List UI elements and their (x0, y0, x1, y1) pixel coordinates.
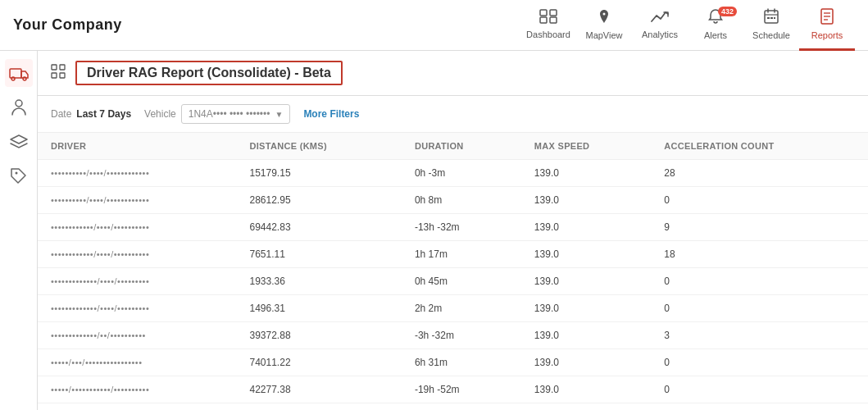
table-cell: -19h -52m (402, 376, 521, 403)
table-cell: 0 (651, 376, 868, 403)
svg-rect-21 (52, 65, 57, 70)
date-filter-value[interactable]: Last 7 Days (76, 108, 131, 120)
table-header: Driver Distance (KMS) Duration Max Speed… (38, 133, 868, 160)
nav-tab-dashboard-label: Dashboard (526, 30, 570, 39)
svg-rect-24 (60, 73, 65, 78)
col-acceleration: Acceleration Count (651, 133, 868, 160)
svg-rect-3 (550, 17, 557, 23)
nav-tab-alerts[interactable]: 432 Alerts (688, 0, 743, 51)
nav-tab-reports[interactable]: Reports (799, 0, 855, 51)
company-name: Your Company (13, 16, 520, 34)
table-row: •••••••••••••/••••/•••••••••1933.360h 45… (38, 268, 868, 295)
sidebar-icon-person[interactable] (5, 93, 33, 121)
table-row: •••••••••••••/••••/•••••••••1496.312h 2m… (38, 295, 868, 322)
table-cell: 139.0 (521, 187, 651, 214)
table-cell: 139.0 (521, 268, 651, 295)
table-cell: 0h 8m (402, 187, 521, 214)
svg-rect-8 (767, 17, 770, 19)
main-content: Driver RAG Report (Consolidate) - Beta D… (38, 51, 868, 410)
nav-tab-analytics-label: Analytics (642, 30, 678, 39)
nav-tab-dashboard[interactable]: Dashboard (520, 0, 576, 51)
nav-tab-schedule-label: Schedule (752, 30, 790, 40)
chevron-down-icon: ▼ (275, 110, 283, 119)
table-cell: 3 (651, 322, 868, 349)
mapview-icon (596, 8, 612, 29)
svg-rect-2 (540, 17, 547, 23)
table-cell: 28612.95 (237, 187, 402, 214)
vehicle-filter: Vehicle 1N4A•••• •••• ••••••• ▼ (144, 104, 290, 124)
table-cell: 139.0 (521, 160, 651, 187)
header: Your Company Dashboard MapView (0, 0, 868, 51)
date-filter-label: Date (51, 108, 71, 120)
table-cell: 0h -3m (402, 160, 521, 187)
analytics-icon (651, 9, 669, 28)
sidebar-icon-layers[interactable] (5, 128, 33, 156)
table-cell: 0 (651, 295, 868, 322)
table-cell: -3h -32m (402, 322, 521, 349)
svg-rect-22 (60, 65, 65, 70)
table-cell: 0 (651, 268, 868, 295)
svg-point-18 (16, 100, 22, 107)
table-row: ••••••••••••/••••/••••••••••7651.111h 17… (38, 241, 868, 268)
filters-bar: Date Last 7 Days Vehicle 1N4A•••• •••• •… (38, 96, 868, 133)
svg-rect-9 (770, 17, 773, 19)
nav-tab-reports-label: Reports (811, 30, 843, 40)
table-cell: 42277.38 (237, 376, 402, 403)
table-cell: ••••••••••••/••••/•••••••••• (38, 241, 237, 268)
svg-marker-19 (11, 135, 27, 144)
sidebar-icon-truck[interactable] (5, 59, 33, 87)
col-distance: Distance (KMS) (237, 133, 402, 160)
svg-point-20 (15, 172, 17, 175)
nav-tab-schedule[interactable]: Schedule (743, 0, 799, 51)
table-cell: •••••/•••/•••••••••••••••• (38, 349, 237, 376)
table-cell: 0h 45m (402, 268, 521, 295)
table-cell: 139.0 (521, 241, 651, 268)
col-duration: Duration (402, 133, 521, 160)
table-cell: 1933.36 (237, 268, 402, 295)
table-cell: 28 (651, 160, 868, 187)
table-cell: •••••/•••••••/••••••••••••• (38, 403, 237, 411)
data-table-wrapper: Driver Distance (KMS) Duration Max Speed… (38, 133, 868, 410)
svg-point-17 (23, 77, 26, 80)
svg-rect-4 (765, 11, 778, 23)
table-cell: 139.0 (521, 214, 651, 241)
table-row: ••••••••••••/••••/••••••••••69442.83-13h… (38, 214, 868, 241)
table-cell: 1h 33m (402, 403, 521, 411)
more-filters-button[interactable]: More Filters (303, 108, 359, 120)
table-cell: 6h 31m (402, 349, 521, 376)
table-cell: -13h -32m (402, 214, 521, 241)
reports-icon (819, 8, 835, 29)
sidebar (0, 51, 38, 410)
sidebar-icon-tag[interactable] (5, 162, 33, 190)
table-cell: ••••••••••/••••/•••••••••••• (38, 160, 237, 187)
data-table: Driver Distance (KMS) Duration Max Speed… (38, 133, 868, 410)
grid-icon[interactable] (51, 64, 66, 82)
nav-tab-mapview[interactable]: MapView (576, 0, 632, 51)
table-row: ••••••••••/••••/••••••••••••15179.150h -… (38, 160, 868, 187)
svg-point-16 (11, 77, 15, 80)
table-cell: 18 (651, 241, 868, 268)
table-cell: ••••••••••••/••••/•••••••••• (38, 214, 237, 241)
vehicle-filter-label: Vehicle (144, 108, 176, 120)
table-cell: 139.0 (521, 295, 651, 322)
table-cell: 139.0 (521, 349, 651, 376)
table-cell: 74011.22 (237, 349, 402, 376)
table-cell: 1496.31 (237, 295, 402, 322)
vehicle-dropdown[interactable]: 1N4A•••• •••• ••••••• ▼ (181, 104, 291, 124)
nav-tab-analytics[interactable]: Analytics (632, 0, 688, 51)
dashboard-icon (539, 9, 557, 28)
table-cell: 0 (651, 187, 868, 214)
nav-tab-mapview-label: MapView (585, 30, 622, 40)
layout: Driver RAG Report (Consolidate) - Beta D… (0, 51, 868, 410)
table-cell: 7651.11 (237, 241, 402, 268)
table-body: ••••••••••/••••/••••••••••••15179.150h -… (38, 160, 868, 411)
svg-rect-15 (10, 69, 21, 78)
col-driver: Driver (38, 133, 237, 160)
table-cell: 9 (651, 214, 868, 241)
table-cell: 15179.15 (237, 160, 402, 187)
table-cell: 139.0 (521, 403, 651, 411)
svg-rect-23 (52, 73, 57, 78)
svg-rect-1 (550, 10, 557, 16)
table-cell: 1h 17m (402, 241, 521, 268)
table-row: •••••••••••••/••/••••••••••39372.88-3h -… (38, 322, 868, 349)
